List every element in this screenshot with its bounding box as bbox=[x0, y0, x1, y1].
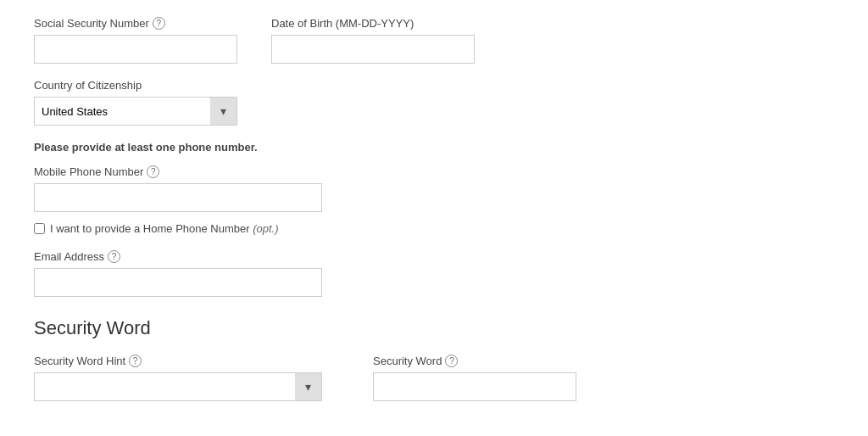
security-word-hint-help-icon[interactable]: ? bbox=[129, 355, 142, 367]
country-group: Country of Citizenship United States Can… bbox=[34, 79, 797, 126]
home-phone-checkbox-row: I want to provide a Home Phone Number (o… bbox=[34, 222, 797, 235]
security-word-group: Security Word ? bbox=[373, 355, 576, 401]
security-word-hint-label: Security Word Hint ? bbox=[34, 355, 322, 367]
security-word-hint-select-wrapper bbox=[34, 372, 322, 401]
dob-group: Date of Birth (MM-DD-YYYY) bbox=[271, 17, 475, 64]
ssn-label: Social Security Number ? bbox=[34, 17, 237, 30]
email-input[interactable] bbox=[34, 268, 322, 297]
mobile-phone-help-icon[interactable]: ? bbox=[147, 165, 159, 178]
email-help-icon[interactable]: ? bbox=[108, 250, 120, 263]
security-word-hint-group: Security Word Hint ? bbox=[34, 355, 322, 401]
home-phone-checkbox[interactable] bbox=[34, 223, 45, 234]
ssn-dob-row: Social Security Number ? Date of Birth (… bbox=[34, 17, 797, 64]
email-group: Email Address ? bbox=[34, 250, 797, 297]
dob-input[interactable] bbox=[271, 35, 475, 64]
ssn-group: Social Security Number ? bbox=[34, 17, 237, 64]
security-word-section: Security Word Security Word Hint ? Se bbox=[34, 317, 797, 401]
home-phone-checkbox-label: I want to provide a Home Phone Number (o… bbox=[50, 222, 279, 235]
dob-label: Date of Birth (MM-DD-YYYY) bbox=[271, 17, 475, 30]
phone-prompt: Please provide at least one phone number… bbox=[34, 141, 797, 154]
home-phone-opt: (opt.) bbox=[253, 222, 278, 235]
mobile-phone-group: Mobile Phone Number ? bbox=[34, 165, 797, 212]
security-row: Security Word Hint ? Security Word ? bbox=[34, 355, 797, 401]
ssn-help-icon[interactable]: ? bbox=[153, 17, 165, 30]
phone-prompt-label: Please provide at least one phone number… bbox=[34, 141, 797, 154]
security-word-label: Security Word ? bbox=[373, 355, 576, 367]
ssn-input[interactable] bbox=[34, 35, 237, 64]
mobile-phone-input[interactable] bbox=[34, 183, 322, 212]
security-word-hint-select[interactable] bbox=[34, 372, 322, 401]
email-label: Email Address ? bbox=[34, 250, 797, 263]
country-select[interactable]: United States Canada United Kingdom Othe… bbox=[34, 97, 237, 126]
security-word-input[interactable] bbox=[373, 372, 576, 401]
country-select-wrapper: United States Canada United Kingdom Othe… bbox=[34, 97, 237, 126]
form-section: Social Security Number ? Date of Birth (… bbox=[34, 17, 797, 401]
country-label: Country of Citizenship bbox=[34, 79, 797, 92]
mobile-phone-label: Mobile Phone Number ? bbox=[34, 165, 797, 178]
security-word-help-icon[interactable]: ? bbox=[445, 355, 458, 367]
security-word-title: Security Word bbox=[34, 317, 797, 339]
